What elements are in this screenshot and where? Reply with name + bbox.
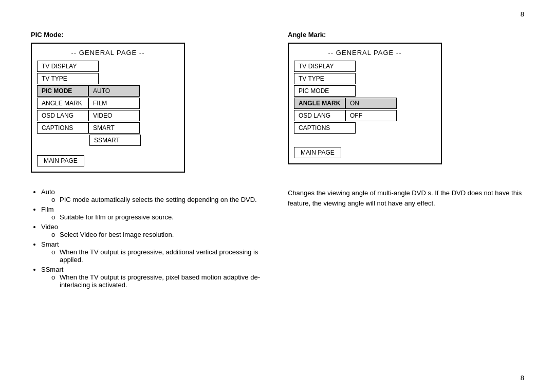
angle-mark-value: FILM [88, 98, 140, 109]
right-menu-box: -- GENERAL PAGE -- TV DISPLAY TV TYPE PI… [288, 43, 442, 164]
tv-display-label: TV DISPLAY [37, 61, 99, 72]
table-row: OSD LANG OFF [294, 110, 436, 121]
table-row: CAPTIONS SMART [37, 122, 179, 134]
list-item: Smart When the TV output is progressive,… [41, 240, 267, 264]
page-number-bottom: 8 [521, 374, 524, 382]
r-osd-lang-value: OFF [345, 110, 397, 121]
right-panel: Angle Mark: -- GENERAL PAGE -- TV DISPLA… [288, 31, 524, 173]
ssmart-value: SSMART [89, 135, 141, 146]
angle-mark-label: ANGLE MARK [37, 98, 88, 109]
list-item: Video Select Video for best image resolu… [41, 223, 267, 238]
right-description-text: Changes the viewing angle of multi-angle… [288, 188, 524, 291]
captions-value: SMART [88, 122, 140, 134]
right-section-label: Angle Mark: [288, 31, 524, 39]
bullet-label: SSmart [41, 266, 63, 273]
left-description: Auto PIC mode automatically selects the … [31, 188, 267, 291]
right-main-page-button[interactable]: MAIN PAGE [294, 147, 341, 158]
table-row: PIC MODE [294, 85, 436, 97]
list-item: Suitable for film or progressive source. [51, 213, 267, 221]
page-number-top: 8 [521, 10, 524, 18]
bullet-label: Video [41, 223, 58, 231]
left-main-page-button[interactable]: MAIN PAGE [37, 155, 84, 166]
captions-label: CAPTIONS [37, 122, 88, 134]
list-item: Auto PIC mode automatically selects the … [41, 188, 267, 203]
osd-lang-label: OSD LANG [37, 110, 88, 121]
table-row: ANGLE MARK FILM [37, 98, 179, 109]
table-row: OSD LANG VIDEO [37, 110, 179, 121]
bullet-label: Smart [41, 240, 59, 248]
pic-mode-value: AUTO [88, 85, 140, 97]
bullet-label: Auto [41, 188, 55, 196]
table-row: TV DISPLAY [37, 61, 179, 72]
list-item: Select Video for best image resolution. [51, 231, 267, 238]
r-pic-mode-label: PIC MODE [294, 85, 356, 97]
list-item: PIC mode automatically selects the setti… [51, 196, 267, 203]
left-menu-title: -- GENERAL PAGE -- [37, 49, 179, 57]
r-tv-type-label: TV TYPE [294, 73, 356, 84]
left-menu-box: -- GENERAL PAGE -- TV DISPLAY TV TYPE PI… [31, 43, 185, 173]
tv-type-label: TV TYPE [37, 73, 99, 84]
r-osd-lang-label: OSD LANG [294, 110, 345, 121]
list-item: When the TV output is progressive, addit… [51, 248, 267, 264]
right-menu-title: -- GENERAL PAGE -- [294, 49, 436, 57]
osd-lang-value: VIDEO [88, 110, 140, 121]
table-row: ANGLE MARK ON [294, 98, 436, 109]
table-row: CAPTIONS [294, 122, 436, 134]
table-row: SSMART [37, 135, 179, 146]
table-row: PIC MODE AUTO [37, 85, 179, 97]
left-section-label: PIC Mode: [31, 31, 267, 39]
bullet-label: Film [41, 206, 54, 213]
pic-mode-label: PIC MODE [37, 85, 88, 97]
list-item: Film Suitable for film or progressive so… [41, 206, 267, 221]
r-angle-mark-value: ON [345, 98, 397, 109]
list-item: When the TV output is progressive, pixel… [51, 273, 267, 289]
table-row: TV TYPE [37, 73, 179, 84]
table-row: TV TYPE [294, 73, 436, 84]
left-panel: PIC Mode: -- GENERAL PAGE -- TV DISPLAY … [31, 31, 267, 173]
r-tv-display-label: TV DISPLAY [294, 61, 356, 72]
r-captions-label: CAPTIONS [294, 122, 356, 134]
table-row: TV DISPLAY [294, 61, 436, 72]
list-item: SSmart When the TV output is progressive… [41, 266, 267, 289]
r-angle-mark-label: ANGLE MARK [294, 98, 345, 109]
